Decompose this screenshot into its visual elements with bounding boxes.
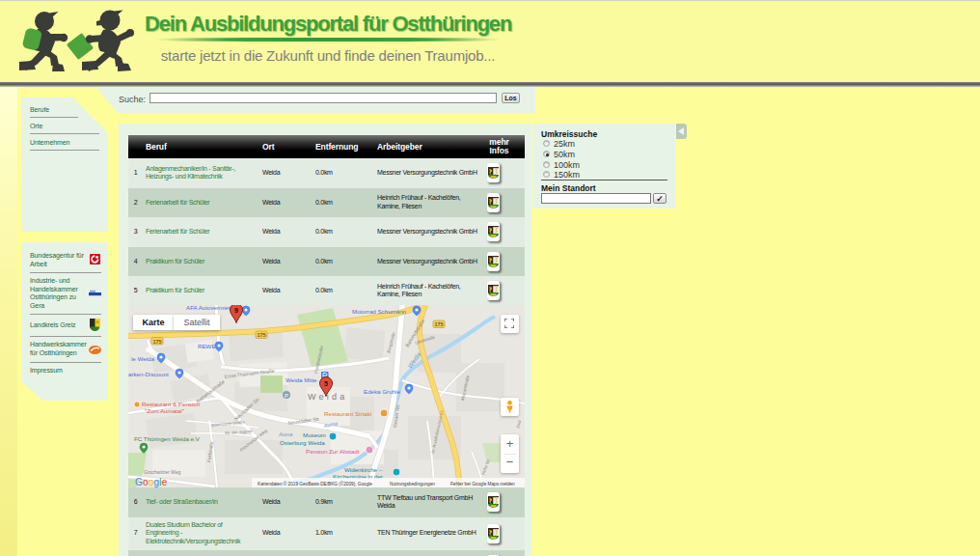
svg-text:Grochwitzer Weg: Grochwitzer Weg — [144, 469, 180, 475]
svg-text:175: 175 — [257, 332, 265, 338]
svg-text:5: 5 — [324, 380, 328, 387]
svg-text:le Weida: le Weida — [131, 355, 155, 362]
svg-text:REWE: REWE — [198, 343, 216, 349]
svg-text:Pension Zur Altstadt: Pension Zur Altstadt — [306, 448, 360, 455]
svg-text:FC Thüringen Weida e.V: FC Thüringen Weida e.V — [134, 435, 201, 442]
svg-text:Kartendaten © 2019 GeoBasis-DE: Kartendaten © 2019 GeoBasis-DE/BKG (©200… — [258, 481, 372, 486]
svg-text:Motorrad Schumann: Motorrad Schumann — [352, 308, 407, 315]
svg-text:Edeka Gruhle: Edeka Gruhle — [364, 388, 400, 395]
svg-text:Widenkirche –: Widenkirche – — [344, 466, 383, 473]
svg-text:Restaurant Sirtaki: Restaurant Sirtaki — [324, 410, 371, 417]
svg-text:Restaurant & Pension: Restaurant & Pension — [142, 401, 201, 407]
svg-text:"Zum Aumatal": "Zum Aumatal" — [145, 407, 184, 414]
svg-text:P: P — [285, 393, 288, 399]
svg-text:arken-Discount: arken-Discount — [128, 371, 169, 377]
svg-text:Osterburg Weida: Osterburg Weida — [280, 439, 325, 446]
svg-text:9: 9 — [234, 307, 238, 314]
svg-text:Fehler bei Google Maps melden: Fehler bei Google Maps melden — [450, 482, 515, 486]
svg-text:175: 175 — [152, 339, 161, 345]
svg-text:Nutzungsbedingungen: Nutzungsbedingungen — [390, 482, 435, 486]
svg-text:Auma: Auma — [278, 431, 292, 437]
svg-text:175: 175 — [434, 321, 443, 327]
svg-text:Museum: Museum — [303, 431, 326, 438]
svg-text:Weida Mitte: Weida Mitte — [286, 376, 317, 383]
